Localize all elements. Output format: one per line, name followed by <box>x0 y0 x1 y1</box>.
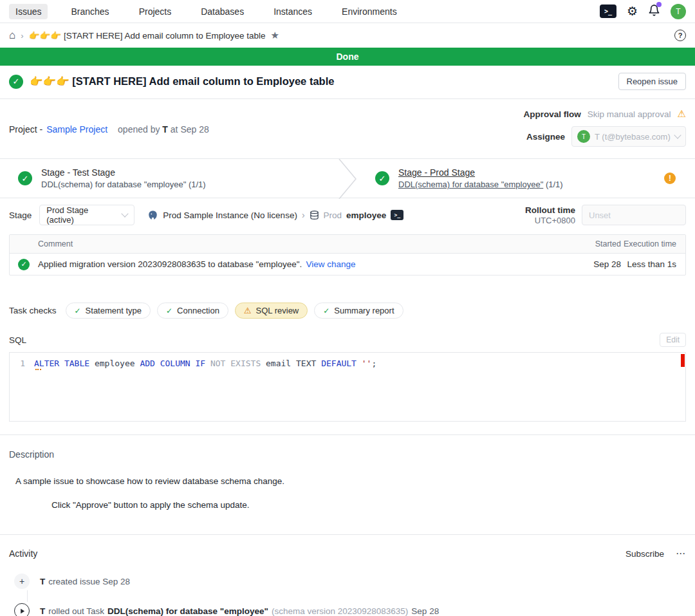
play-circle-icon <box>14 603 30 616</box>
approval-warning-icon[interactable]: ⚠ <box>678 108 686 120</box>
description-text: A sample issue to showcase how to review… <box>15 476 686 486</box>
activity-section: Activity Subscribe ⋯ + T created issue S… <box>0 534 695 616</box>
status-banner-label: Done <box>337 51 359 62</box>
user-avatar[interactable]: T <box>671 4 686 19</box>
sql-token: IF <box>195 359 210 368</box>
stage-subtitle-count: (1/1) <box>546 180 563 189</box>
check-badge-connection[interactable]: ✓ Connection <box>157 303 228 319</box>
notifications-bell-icon[interactable] <box>648 4 660 19</box>
task-checks-label: Task checks <box>9 306 57 315</box>
check-badge-label: Statement type <box>86 306 142 315</box>
check-badge-label: Summary report <box>334 306 394 315</box>
check-badge-statement-type[interactable]: ✓ Statement type <box>66 303 151 319</box>
stage-alert-icon[interactable]: ! <box>664 173 676 184</box>
nav-tab-branches[interactable]: Branches <box>64 4 115 19</box>
view-change-link[interactable]: View change <box>306 259 355 269</box>
activity-item-rollout: T rolled out Task DDL(schema) for databa… <box>14 603 686 616</box>
opened-suffix: at Sep 28 <box>171 124 209 135</box>
chevron-down-icon <box>122 210 129 217</box>
rollout-time-picker[interactable]: ▭ <box>582 205 686 225</box>
star-icon[interactable]: ★ <box>271 30 279 41</box>
rollout-timezone: UTC+0800 <box>535 216 575 225</box>
subscribe-button[interactable]: Subscribe <box>626 549 664 559</box>
stage-success-icon: ✓ <box>375 171 389 185</box>
check-badge-label: SQL review <box>256 306 299 315</box>
table-row[interactable]: ✓ Applied migration version 202309280836… <box>10 254 685 275</box>
feed-connector <box>27 590 28 602</box>
activity-version: (schema version 20230928083635) <box>272 606 408 616</box>
notification-dot <box>656 2 662 7</box>
play-icon <box>19 608 26 615</box>
project-line: Project - Sample Project opened by T at … <box>9 108 209 147</box>
stage-title[interactable]: Stage - Prod Stage <box>398 167 563 178</box>
instance-name[interactable]: Prod Sample Instance (No license) <box>163 210 297 220</box>
sql-edit-button[interactable]: Edit <box>660 333 686 347</box>
sql-editor-terminal-icon[interactable]: >_ <box>600 5 616 18</box>
row-started: Sep 28 <box>584 259 621 269</box>
stage-prod-stage[interactable]: ✓ Stage - Prod Stage DDL(schema) for dat… <box>357 159 695 198</box>
breadcrumb-separator-icon: › <box>21 31 23 41</box>
help-icon[interactable]: ? <box>674 30 686 41</box>
opened-by-text: opened by T at Sep 28 <box>118 124 209 135</box>
stage-test-stage[interactable]: ✓ Stage - Test Stage DDL(schema) for dat… <box>0 159 338 198</box>
project-label: Project - <box>9 124 42 135</box>
nav-tab-environments[interactable]: Environments <box>335 4 403 19</box>
activity-header: Activity Subscribe ⋯ <box>9 548 686 559</box>
sql-warning-squiggle <box>35 368 41 370</box>
check-warning-icon: ⚠ <box>244 306 252 315</box>
check-badge-sql-review[interactable]: ⚠ SQL review <box>235 303 308 319</box>
sql-token: email <box>266 359 296 368</box>
plus-icon: + <box>14 574 30 589</box>
stage-success-icon: ✓ <box>18 171 32 185</box>
activity-text: rolled out Task <box>48 606 104 616</box>
top-navigation: Issues Branches Projects Databases Insta… <box>0 0 695 23</box>
sql-token: NOT EXISTS <box>210 359 266 368</box>
activity-actor: T <box>40 606 45 616</box>
assignee-row: Assignee T T (t@bytebase.com) <box>523 126 686 147</box>
nav-tab-databases[interactable]: Databases <box>194 4 250 19</box>
check-badge-label: Connection <box>177 306 219 315</box>
stage-pipeline: ✓ Stage - Test Stage DDL(schema) for dat… <box>0 158 695 198</box>
stage-separator-chevron-icon <box>338 159 357 199</box>
column-execution-time: Execution time <box>621 239 685 248</box>
nav-tab-projects[interactable]: Projects <box>133 4 178 19</box>
home-icon[interactable]: ⌂ <box>9 29 15 42</box>
table-header: Comment Started Execution time <box>10 235 685 254</box>
activity-date: Sep 28 <box>411 606 439 616</box>
nav-tab-instances[interactable]: Instances <box>267 4 319 19</box>
sql-token: TEXT <box>296 359 321 368</box>
check-badge-summary-report[interactable]: ✓ Summary report <box>314 303 403 319</box>
database-environment: Prod <box>324 210 342 220</box>
rollout-time-input[interactable] <box>589 210 695 220</box>
nav-tab-issues[interactable]: Issues <box>9 4 48 19</box>
postgres-icon <box>147 210 158 221</box>
more-options-icon[interactable]: ⋯ <box>676 548 686 559</box>
stage-subtitle-link[interactable]: DDL(schema) for database "employee" <box>398 180 543 189</box>
description-section[interactable]: Description A sample issue to showcase h… <box>0 435 695 510</box>
task-run-table: Comment Started Execution time ✓ Applied… <box>9 234 686 275</box>
stage-bar: Stage Prod Stage (active) Prod Sample In… <box>0 198 695 233</box>
database-breadcrumb: Prod Sample Instance (No license) › Prod… <box>147 210 403 221</box>
project-link[interactable]: Sample Project <box>46 124 107 135</box>
check-success-icon: ✓ <box>323 306 329 315</box>
opened-prefix: opened by <box>118 124 160 135</box>
assignee-value: T (t@bytebase.com) <box>595 132 671 142</box>
issue-done-check-icon: ✓ <box>9 75 23 89</box>
database-name[interactable]: employee <box>346 210 386 220</box>
reopen-issue-button[interactable]: Reopen issue <box>618 73 687 90</box>
check-success-icon: ✓ <box>75 306 81 315</box>
sql-token: employee <box>95 359 140 368</box>
settings-gear-icon[interactable]: ⚙ <box>627 5 638 17</box>
assignee-select[interactable]: T T (t@bytebase.com) <box>571 126 686 147</box>
task-checks: Task checks ✓ Statement type ✓ Connectio… <box>0 275 695 319</box>
stage-select[interactable]: Prod Stage (active) <box>39 205 134 225</box>
sql-token: DEFAULT <box>321 359 362 368</box>
sql-token: ; <box>371 359 376 368</box>
sql-editor[interactable]: 1 ALTER TABLE employee ADD COLUMN IF NOT… <box>9 352 686 422</box>
activity-item-created: + T created issue Sep 28 <box>14 574 686 589</box>
editor-overview-ruler-mark <box>681 354 685 367</box>
breadcrumb-issue-title[interactable]: 👉👉👉 [START HERE] Add email column to Emp… <box>29 30 266 41</box>
sql-code-line: 1 ALTER TABLE employee ADD COLUMN IF NOT… <box>10 359 685 368</box>
description-label: Description <box>9 449 686 460</box>
open-sql-editor-icon[interactable]: >_ <box>391 210 403 220</box>
